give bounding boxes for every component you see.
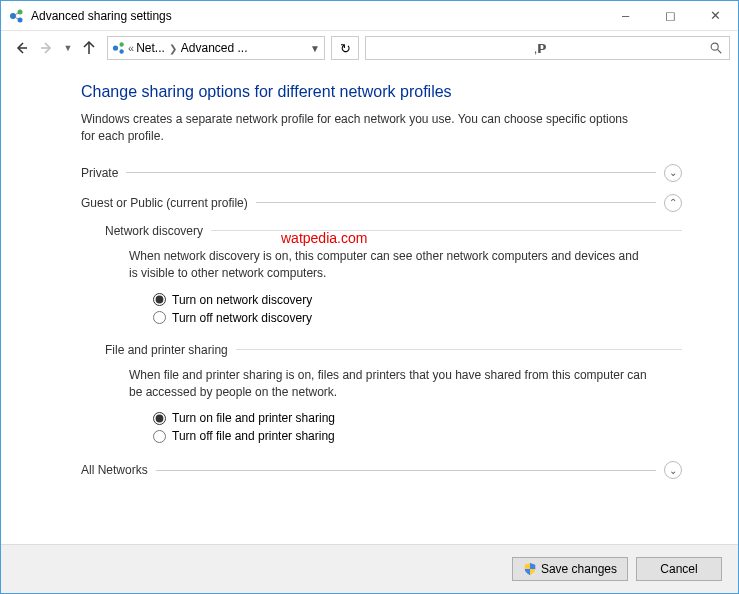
radio-label: Turn on network discovery <box>172 293 312 307</box>
section-private[interactable]: Private ⌄ <box>81 164 682 182</box>
radio-fs-off[interactable]: Turn off file and printer sharing <box>153 429 682 443</box>
address-dropdown[interactable]: ▼ <box>310 43 320 54</box>
divider <box>236 349 682 350</box>
titlebar: Advanced sharing settings – ◻ ✕ <box>1 1 738 31</box>
uac-shield-icon <box>523 562 537 576</box>
svg-point-2 <box>18 17 23 22</box>
network-share-icon <box>112 41 126 55</box>
section-label: Guest or Public (current profile) <box>81 196 248 210</box>
section-guest-public[interactable]: Guest or Public (current profile) ⌃ <box>81 194 682 212</box>
close-button[interactable]: ✕ <box>693 1 738 30</box>
search-input[interactable]: ,𝗣 <box>365 36 730 60</box>
subsection-title: Network discovery <box>105 224 203 238</box>
footer: Save changes Cancel <box>1 544 738 593</box>
window-controls: – ◻ ✕ <box>603 1 738 30</box>
radio-input[interactable] <box>153 412 166 425</box>
window: Advanced sharing settings – ◻ ✕ ▼ « Net.… <box>0 0 739 594</box>
radio-input[interactable] <box>153 430 166 443</box>
svg-point-8 <box>113 45 118 50</box>
breadcrumb-item[interactable]: Net... <box>136 41 165 55</box>
divider <box>211 230 682 231</box>
window-title: Advanced sharing settings <box>31 9 603 23</box>
radio-input[interactable] <box>153 293 166 306</box>
svg-point-9 <box>119 42 123 46</box>
recent-dropdown[interactable]: ▼ <box>61 36 75 60</box>
minimize-button[interactable]: – <box>603 1 648 30</box>
subsection-title: File and printer sharing <box>105 343 228 357</box>
subsection-description: When file and printer sharing is on, fil… <box>129 367 649 402</box>
radio-label: Turn off file and printer sharing <box>172 429 335 443</box>
forward-button[interactable] <box>35 36 59 60</box>
radio-nd-on[interactable]: Turn on network discovery <box>153 293 682 307</box>
button-label: Cancel <box>660 562 697 576</box>
radio-nd-off[interactable]: Turn off network discovery <box>153 311 682 325</box>
divider <box>256 202 656 203</box>
svg-point-11 <box>711 43 718 50</box>
svg-line-4 <box>15 17 18 19</box>
nav-row: ▼ « Net... ❯ Advanced ... ▼ ↻ ,𝗣 <box>1 31 738 65</box>
chevron-down-icon[interactable]: ⌄ <box>664 461 682 479</box>
divider <box>126 172 656 173</box>
address-bar[interactable]: « Net... ❯ Advanced ... ▼ <box>107 36 325 60</box>
page-heading: Change sharing options for different net… <box>81 83 682 101</box>
maximize-button[interactable]: ◻ <box>648 1 693 30</box>
subsection-file-sharing: File and printer sharing When file and p… <box>105 343 682 444</box>
section-all-networks[interactable]: All Networks ⌄ <box>81 461 682 479</box>
subsection-description: When network discovery is on, this compu… <box>129 248 649 283</box>
section-label: All Networks <box>81 463 148 477</box>
network-share-icon <box>9 8 25 24</box>
radio-fs-on[interactable]: Turn on file and printer sharing <box>153 411 682 425</box>
back-button[interactable] <box>9 36 33 60</box>
svg-line-3 <box>15 13 18 15</box>
search-icon <box>709 41 723 55</box>
chevron-down-icon[interactable]: ⌄ <box>664 164 682 182</box>
svg-point-10 <box>119 49 123 53</box>
breadcrumb-item[interactable]: Advanced ... <box>181 41 248 55</box>
page-description: Windows creates a separate network profi… <box>81 111 641 146</box>
svg-point-1 <box>18 9 23 14</box>
content-area: Change sharing options for different net… <box>1 65 738 544</box>
cancel-button[interactable]: Cancel <box>636 557 722 581</box>
radio-input[interactable] <box>153 311 166 324</box>
up-button[interactable] <box>77 36 101 60</box>
radio-label: Turn off network discovery <box>172 311 312 325</box>
subsection-network-discovery: Network discovery When network discovery… <box>105 224 682 325</box>
chevron-up-icon[interactable]: ⌃ <box>664 194 682 212</box>
save-changes-button[interactable]: Save changes <box>512 557 628 581</box>
refresh-button[interactable]: ↻ <box>331 36 359 60</box>
search-icon: ,𝗣 <box>534 41 548 56</box>
svg-line-12 <box>718 50 722 54</box>
svg-point-0 <box>10 13 16 19</box>
breadcrumb-prefix: « <box>128 42 134 54</box>
button-label: Save changes <box>541 562 617 576</box>
radio-label: Turn on file and printer sharing <box>172 411 335 425</box>
chevron-right-icon: ❯ <box>167 43 179 54</box>
divider <box>156 470 656 471</box>
section-label: Private <box>81 166 118 180</box>
